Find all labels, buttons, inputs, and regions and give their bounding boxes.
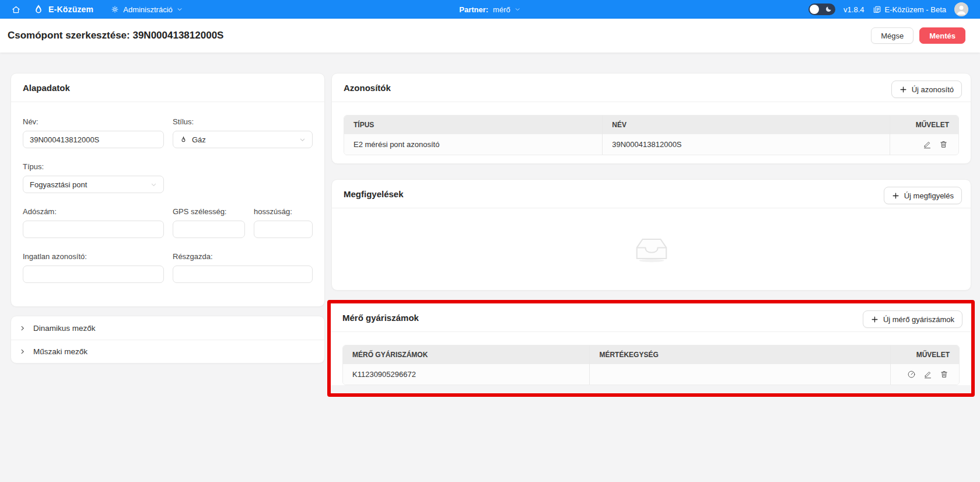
accordion-dynamic-fields-label: Dinamikus mezők [33, 324, 96, 333]
co-owner-input[interactable] [173, 266, 313, 283]
identifier-table-row: E2 mérési pont azonosító 39N000413812000… [344, 134, 958, 155]
page-title: Csomópont szerkesztése: 39N000413812000S [8, 30, 223, 41]
property-id-input[interactable] [23, 266, 164, 283]
save-button[interactable]: Mentés [919, 27, 965, 44]
accordion-dynamic-fields[interactable]: Dinamikus mezők [11, 316, 324, 340]
meter-serials-table: MÉRŐ GYÁRISZÁMOK MÉRTÉKEGYSÉG MŰVELET K1… [342, 345, 960, 385]
type-label: Típus: [23, 162, 164, 171]
add-meter-serial-button-label: Új mérő gyáriszámok [883, 315, 954, 324]
identifier-actions-cell [890, 134, 958, 155]
theme-toggle[interactable] [808, 4, 835, 15]
column-header-unit: MÉRTÉKEGYSÉG [589, 345, 890, 364]
tax-number-field: Adószám: [23, 207, 164, 238]
environment-badge: E-Közüzem - Beta [873, 5, 947, 14]
page-header: Csomópont szerkesztése: 39N000413812000S… [0, 19, 980, 53]
add-identifier-button[interactable]: Új azonosító [891, 81, 962, 98]
gps-latitude-field: GPS szélesség: [173, 207, 245, 238]
chevron-right-icon [19, 348, 26, 355]
identifiers-card: Azonosítók Új azonosító TÍPUS NÉV MŰVELE… [331, 73, 971, 164]
meter-serials-table-header: MÉRŐ GYÁRISZÁMOK MÉRTÉKEGYSÉG MŰVELET [343, 345, 959, 364]
chevron-down-icon [150, 181, 157, 188]
chevron-right-icon [19, 325, 26, 331]
add-observation-button[interactable]: Új megfigyelés [884, 187, 962, 204]
meter-unit-cell [589, 364, 890, 385]
add-meter-serial-button[interactable]: Új mérő gyáriszámok [863, 310, 963, 328]
accordion-technical-fields-label: Műszaki mezők [33, 347, 88, 356]
style-field: Stílus: Gáz [173, 117, 313, 148]
identifiers-card-header: Azonosítók [332, 74, 971, 102]
cancel-button[interactable]: Mégse [871, 27, 914, 44]
environment-label: E-Közüzem - Beta [885, 5, 947, 14]
style-select-value: Gáz [192, 135, 295, 144]
meter-serial-actions-cell [890, 364, 959, 385]
edit-icon[interactable] [923, 140, 932, 149]
property-id-label: Ingatlan azonosító: [23, 252, 164, 261]
column-header-name: NÉV [602, 116, 890, 134]
highlight-red-box: Mérő gyáriszámok Új mérő gyáriszámok MÉR… [327, 300, 975, 397]
observations-title: Megfigyelések [344, 189, 404, 199]
basic-data-title: Alapadatok [23, 83, 70, 93]
meter-serial-cell: K11230905296672 [343, 364, 589, 385]
home-icon[interactable] [12, 5, 20, 14]
type-select-value: Fogyasztási pont [30, 180, 146, 189]
tax-number-input[interactable] [23, 221, 164, 238]
observations-empty-state [332, 208, 971, 290]
content-area: Alapadatok Név: Stílus: Gáz [0, 53, 980, 397]
chevron-down-icon [299, 137, 306, 143]
accordion-group: Dinamikus mezők Műszaki mezők [10, 316, 325, 364]
partner-value: mérő [493, 5, 510, 14]
delete-icon[interactable] [940, 370, 949, 379]
column-header-type: TÍPUS [344, 116, 602, 134]
add-identifier-button-label: Új azonosító [912, 85, 954, 94]
meter-gauge-icon[interactable] [907, 370, 916, 379]
top-navbar: E-Közüzem Adminisztráció Partner: mérő v… [0, 0, 980, 19]
meter-serials-title: Mérő gyáriszámok [342, 313, 419, 323]
stack-icon [873, 5, 881, 14]
style-label: Stílus: [173, 117, 313, 126]
theme-toggle-knob [810, 5, 819, 14]
gps-longitude-field: hosszúság: [254, 207, 313, 238]
delete-icon[interactable] [939, 140, 948, 149]
meter-serial-table-row: K11230905296672 [343, 364, 959, 385]
nav-menu-administration[interactable]: Adminisztráció [111, 5, 183, 14]
user-avatar[interactable] [954, 2, 968, 16]
chevron-down-icon [515, 6, 521, 12]
plus-icon [892, 192, 900, 200]
add-observation-button-label: Új megfigyelés [904, 191, 954, 200]
property-id-field: Ingatlan azonosító: [23, 252, 164, 283]
app-logo-drop-icon [33, 4, 44, 15]
gps-longitude-label: hosszúság: [254, 207, 313, 216]
name-field: Név: [23, 117, 164, 148]
partner-selector[interactable]: Partner: mérő [459, 0, 520, 19]
gas-flame-icon [180, 136, 187, 144]
gps-longitude-input[interactable] [254, 221, 313, 238]
identifier-name-cell: 39N000413812000S [602, 134, 890, 155]
empty-inbox-icon [632, 236, 671, 263]
co-owner-label: Részgazda: [173, 252, 313, 261]
gps-latitude-label: GPS szélesség: [173, 207, 245, 216]
identifier-type-cell: E2 mérési pont azonosító [344, 134, 602, 155]
plus-icon [900, 86, 907, 93]
nav-menu-administration-label: Adminisztráció [123, 5, 173, 14]
left-column: Alapadatok Név: Stílus: Gáz [10, 73, 325, 364]
app-brand: E-Közüzem [48, 5, 93, 14]
identifiers-table: TÍPUS NÉV MŰVELET E2 mérési pont azonosí… [344, 115, 959, 155]
style-select[interactable]: Gáz [173, 131, 313, 148]
name-label: Név: [23, 117, 164, 126]
moon-icon [825, 5, 832, 13]
type-select[interactable]: Fogyasztási pont [23, 176, 164, 193]
meter-serials-card: Mérő gyáriszámok Új mérő gyáriszámok MÉR… [331, 303, 971, 385]
chevron-down-icon [177, 6, 183, 12]
tax-number-label: Adószám: [23, 207, 164, 216]
accordion-technical-fields[interactable]: Műszaki mezők [11, 340, 324, 363]
administration-gear-icon [111, 5, 119, 13]
basic-data-form: Név: Stílus: Gáz [11, 102, 324, 306]
identifiers-table-header: TÍPUS NÉV MŰVELET [344, 116, 958, 134]
app-version: v1.8.4 [844, 5, 864, 14]
gps-latitude-input[interactable] [173, 221, 245, 238]
name-input[interactable] [23, 131, 164, 148]
observations-card-header: Megfigyelések [332, 180, 971, 208]
plus-icon [871, 316, 878, 323]
edit-icon[interactable] [923, 370, 932, 379]
basic-data-card-header: Alapadatok [11, 74, 324, 102]
